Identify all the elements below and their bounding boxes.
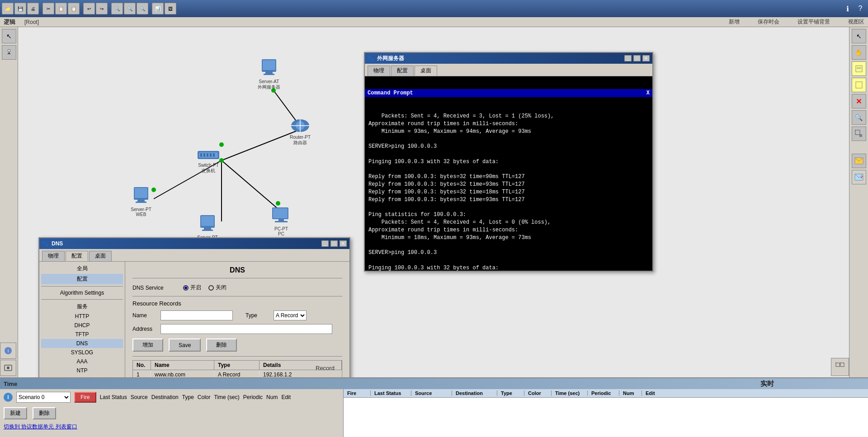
cmd-terminal-close[interactable]: X <box>646 90 650 96</box>
cmd-tab-physics[interactable]: 物理 <box>368 66 390 76</box>
dns-save-btn[interactable]: Save <box>169 338 201 352</box>
cmd-close-btn[interactable]: ✕ <box>642 55 650 61</box>
top-view-label[interactable]: 视图区 <box>848 18 864 26</box>
cmd-tab-desktop[interactable]: 桌面 <box>415 66 437 76</box>
device-pc[interactable]: PC-PTPC <box>270 206 292 236</box>
device-switch[interactable]: Switch-PT交换机 <box>197 148 220 174</box>
dns-left-ntp[interactable]: NTP <box>41 366 123 375</box>
realtime-label: 实时 <box>760 380 774 388</box>
dns-col-no: No. <box>133 361 151 370</box>
device-server-at[interactable]: Server-AT外网服务器 <box>258 56 280 90</box>
device-server-at-label: Server-AT外网服务器 <box>258 79 280 90</box>
dns-left-config[interactable]: 配置 <box>41 274 123 284</box>
rt-select-btn[interactable] <box>831 358 849 376</box>
svg-rect-40 <box>836 363 840 367</box>
dns-type-select[interactable]: A Record <box>274 310 307 320</box>
dns-left-aaa[interactable]: AAA <box>41 357 123 366</box>
dns-radio-off-label: 关闭 <box>216 284 226 291</box>
zoom-fit-btn[interactable]: 🔍 <box>137 3 148 14</box>
rt-mail2-btn[interactable] <box>852 170 866 184</box>
dns-left-http[interactable]: HTTP <box>41 312 123 321</box>
new-scenario-btn[interactable]: 新建 <box>4 407 27 419</box>
sidebar-select-icon[interactable]: ↖ <box>2 29 16 43</box>
dns-panel-title: DNS <box>132 266 342 278</box>
pth-fire: Fire <box>344 390 371 396</box>
rt-resize-btn[interactable] <box>852 127 866 141</box>
dns-tab-physics[interactable]: 物理 <box>42 251 65 261</box>
dns-radio-off[interactable]: 关闭 <box>208 284 226 291</box>
cmd-terminal-titlebar: Command Prompt X <box>365 89 652 97</box>
bl-icon1[interactable]: i <box>0 343 16 359</box>
device-server-dns[interactable]: Server-PT <box>197 212 218 240</box>
svg-rect-16 <box>264 74 274 75</box>
bl-icon2[interactable] <box>0 360 16 376</box>
cmd-minimize-btn[interactable]: _ <box>624 55 632 61</box>
rt-mail1-btn[interactable] <box>852 154 866 168</box>
protocol-link[interactable]: 切换到 协议数据单元 列表窗口 <box>4 423 77 430</box>
dns-tab-config[interactable]: 配置 <box>66 251 88 261</box>
rt-note2-btn[interactable] <box>852 78 866 92</box>
rt-cursor-btn[interactable]: ↖ <box>852 29 866 43</box>
source-label: Source <box>131 394 148 400</box>
dns-delete-btn[interactable]: 删除 <box>206 338 237 352</box>
copy-btn[interactable]: 📋 <box>55 3 67 14</box>
cmd-tab-config[interactable]: 配置 <box>391 66 414 76</box>
dns-left-algorithm[interactable]: Algorithm Settings <box>41 288 123 297</box>
pth-last-status: Last Status <box>371 390 411 396</box>
info-btn[interactable]: ℹ <box>842 3 854 14</box>
dns-left-services[interactable]: 服务 <box>41 301 123 312</box>
paste-btn[interactable]: 📋 <box>68 3 80 14</box>
top-bg-label[interactable]: 设置平铺背景 <box>797 18 830 26</box>
cut-btn[interactable]: ✂ <box>42 3 54 14</box>
dns-name-input[interactable] <box>160 310 233 320</box>
dns-address-input[interactable] <box>160 324 332 334</box>
edit-label: Edit <box>281 394 291 400</box>
time-sec-label: Time (sec) <box>214 394 240 400</box>
dns-left-dns[interactable]: DNS <box>41 339 123 348</box>
dns-minimize-btn[interactable]: _ <box>321 240 329 247</box>
chart-btn[interactable]: 📊 <box>152 3 164 14</box>
fire-btn[interactable]: Fire <box>74 392 96 403</box>
cmd-tabs: 物理 配置 桌面 <box>365 64 652 76</box>
dns-left-tftp[interactable]: TFTP <box>41 330 123 339</box>
image-btn[interactable]: 🖼 <box>165 3 176 14</box>
time-label: Time <box>4 381 17 387</box>
dns-maximize-btn[interactable]: □ <box>330 240 338 247</box>
dns-tab-desktop[interactable]: 桌面 <box>89 251 112 261</box>
scenario-info-icon[interactable]: i <box>4 393 13 402</box>
radio-off-dot <box>208 285 214 291</box>
zoom-out-btn[interactable]: 🔍 <box>124 3 136 14</box>
dns-close-btn[interactable]: ✕ <box>340 240 347 247</box>
svg-rect-23 <box>200 153 202 157</box>
zoom-in-btn[interactable]: 🔍 <box>111 3 123 14</box>
cmd-maximize-btn[interactable]: □ <box>633 55 641 61</box>
rt-zoom-btn[interactable]: 🔍 <box>852 110 866 125</box>
sidebar-move-icon[interactable] <box>2 45 16 60</box>
cmd-terminal[interactable]: Command Prompt X Packets: Sent = 4, Rece… <box>365 76 652 271</box>
canvas-area[interactable]: Server-AT外网服务器 Router-PT路由器 S <box>18 27 849 437</box>
redo-btn[interactable]: ↪ <box>96 3 108 14</box>
save-btn[interactable]: 💾 <box>14 3 26 14</box>
rt-note1-btn[interactable] <box>852 61 866 76</box>
device-server-web[interactable]: Server-PTWEB <box>130 184 152 217</box>
delete-scenario-btn[interactable]: 删除 <box>33 407 56 419</box>
rt-hand-btn[interactable]: ✋ <box>852 45 866 60</box>
rt-delete-btn[interactable]: ✕ <box>852 94 866 108</box>
print-btn[interactable]: 🖨 <box>27 3 39 14</box>
top-new-label[interactable]: 新增 <box>729 18 740 26</box>
dns-left-dhcp[interactable]: DHCP <box>41 321 123 330</box>
pth-destination: Destination <box>452 390 497 396</box>
scenario-select[interactable]: Scenario 0 <box>16 392 71 403</box>
pth-source: Source <box>411 390 452 396</box>
undo-btn[interactable]: ↩ <box>83 3 95 14</box>
dns-left-syslog[interactable]: SYSLOG <box>41 348 123 357</box>
cmd-titlebar: 🐾 外网服务器 _ □ ✕ <box>365 53 652 64</box>
dns-add-btn[interactable]: 增加 <box>132 338 163 352</box>
device-router[interactable]: Router-PT路由器 <box>289 117 311 146</box>
dns-left-global[interactable]: 全局 <box>41 263 123 274</box>
top-save-label[interactable]: 保存时会 <box>758 18 779 26</box>
dns-radio-on[interactable]: 开启 <box>183 284 201 291</box>
open-btn[interactable]: 📁 <box>2 3 14 14</box>
device-server-web-label: Server-PTWEB <box>131 207 151 217</box>
help-btn[interactable]: ? <box>854 3 866 14</box>
